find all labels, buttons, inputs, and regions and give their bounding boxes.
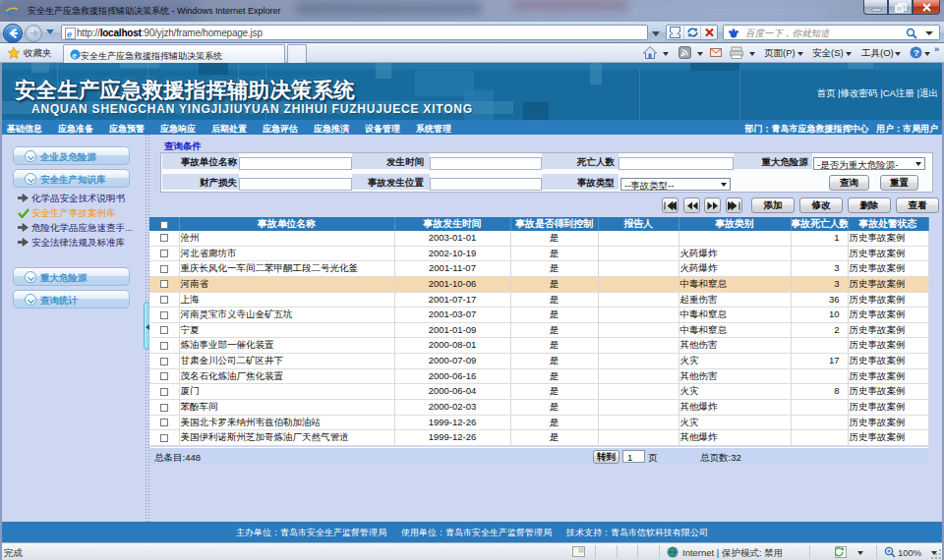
svg-text:?: ?	[914, 47, 919, 58]
svg-text:e: e	[67, 29, 72, 39]
svg-text:e: e	[73, 51, 78, 60]
